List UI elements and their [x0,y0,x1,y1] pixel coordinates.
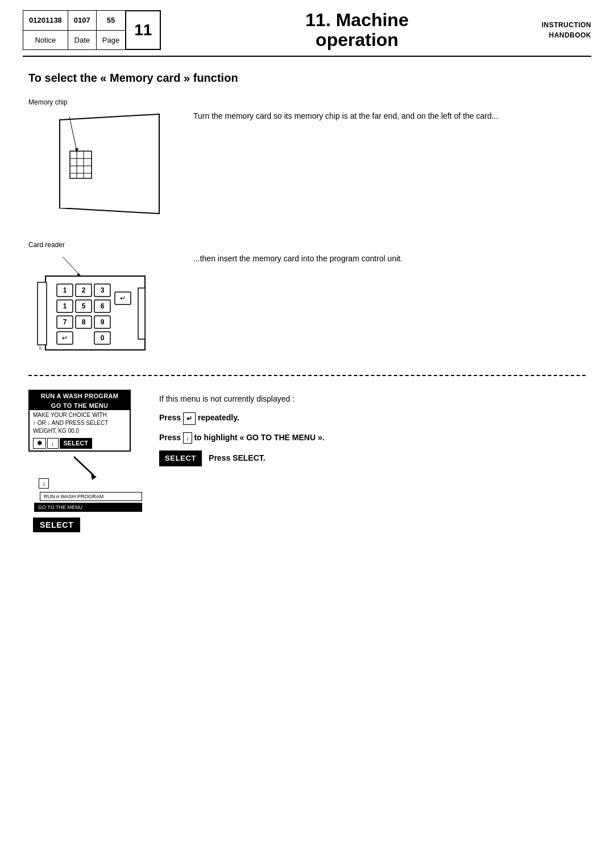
card-reader-svg: 1 2 3 1 5 6 ↵ 7 8 [28,251,176,356]
page-title: 11. Machine operation [305,10,408,50]
svg-text:↵: ↵ [62,334,68,342]
select-label-inline: SELECT [159,450,202,466]
page-value: 55 [96,11,125,31]
instruction-1-post: repeatedly. [198,413,239,422]
dashed-separator [28,375,586,376]
svg-rect-37 [138,288,145,339]
sub-screen-1: RUN A WASH PROGRAM [40,492,142,501]
press-select-text: Press SELECT. [209,453,265,462]
wash-screen-title: RUN A WASH PROGRAM [30,391,130,401]
wash-screen: RUN A WASH PROGRAM GO TO THE MENU MAKE Y… [28,390,131,452]
section-title: To select the « Memory card » function [28,72,586,85]
memory-card-diagram: Memory chip [28,98,176,224]
svg-rect-12 [38,282,47,345]
header-title-area: 11. Machine operation [161,10,530,50]
header-table: 01201138 0107 55 Notice Date Page [23,10,126,50]
memory-card-block: Memory chip [28,98,586,224]
card-reader-block: Card reader 1 2 3 1 5 [28,241,586,358]
wash-body-line2: ↑ OR ↓ AND PRESS SELECT [33,419,126,427]
down-button[interactable]: ↓ [47,438,59,449]
down-key[interactable]: ↓ [183,432,192,444]
sub-screen-2: GO TO THE MENU [34,503,142,512]
wash-ui-column: RUN A WASH PROGRAM GO TO THE MENU MAKE Y… [28,390,142,532]
svg-text:6: 6 [101,302,105,310]
wash-body-line1: MAKE YOUR CHOICE WITH [33,411,126,419]
svg-text:↵: ↵ [120,294,126,302]
select-box[interactable]: SELECT [33,518,80,532]
card-reader-description: ...then insert the memory card into the … [193,241,586,265]
notice-value: 01201138 [23,11,68,31]
svg-text:3: 3 [101,286,105,294]
handbook-label: HANDBOOK [549,30,591,40]
wash-weight: WEIGHT, KG 00.0 [33,427,126,435]
page-label: Page [96,30,125,50]
date-value: 0107 [68,11,96,31]
svg-marker-0 [60,114,159,214]
svg-text:L: L [39,345,42,350]
enter-key[interactable]: ↵ [183,412,196,425]
select-button[interactable]: SELECT [60,438,92,449]
main-content: To select the « Memory card » function M… [0,57,614,549]
memory-card-description: Turn the memory card so its memory chip … [193,98,586,122]
wash-screen-body: MAKE YOUR CHOICE WITH ↑ OR ↓ AND PRESS S… [30,410,130,436]
instruction-2: Press ↓ to highlight « GO TO THE MENU ». [159,432,586,444]
arrow-diagram [63,454,119,482]
svg-text:1: 1 [63,302,67,310]
instruction-1: Press ↵ repeatedly. [159,412,586,424]
header-right: INSTRUCTION HANDBOOK [530,10,591,50]
wash-screen-menu: GO TO THE MENU [30,401,130,410]
page-number-big: 11 [125,10,161,50]
date-label: Date [68,30,96,50]
card-reader-diagram: Card reader 1 2 3 1 5 [28,241,176,358]
notice-label: Notice [23,30,68,50]
card-reader-label: Card reader [28,241,176,249]
svg-text:2: 2 [82,286,86,294]
if-not-displayed: If this menu is not currently displayed … [159,393,586,405]
svg-line-9 [63,257,80,275]
memory-card-svg [28,108,176,222]
press-label-2: Press [159,433,181,442]
svg-text:9: 9 [101,318,105,326]
wash-button-row: ✱ ↓ SELECT [30,436,130,450]
instruction-label: INSTRUCTION [542,20,591,30]
wash-instructions: If this menu is not currently displayed … [159,390,586,473]
svg-text:7: 7 [63,318,67,326]
svg-text:5: 5 [82,302,86,310]
instruction-3: SELECT Press SELECT. [159,450,586,466]
svg-text:8: 8 [82,318,86,326]
svg-text:1: 1 [63,286,67,294]
memory-chip-label: Memory chip [28,98,176,106]
instruction-2-mid: to highlight « GO TO THE MENU ». [194,433,324,442]
star-button[interactable]: ✱ [33,438,46,449]
svg-text:0: 0 [101,334,105,342]
header: 01201138 0107 55 Notice Date Page 11 11.… [0,0,614,50]
wash-section: RUN A WASH PROGRAM GO TO THE MENU MAKE Y… [28,390,586,532]
svg-line-39 [74,457,94,475]
